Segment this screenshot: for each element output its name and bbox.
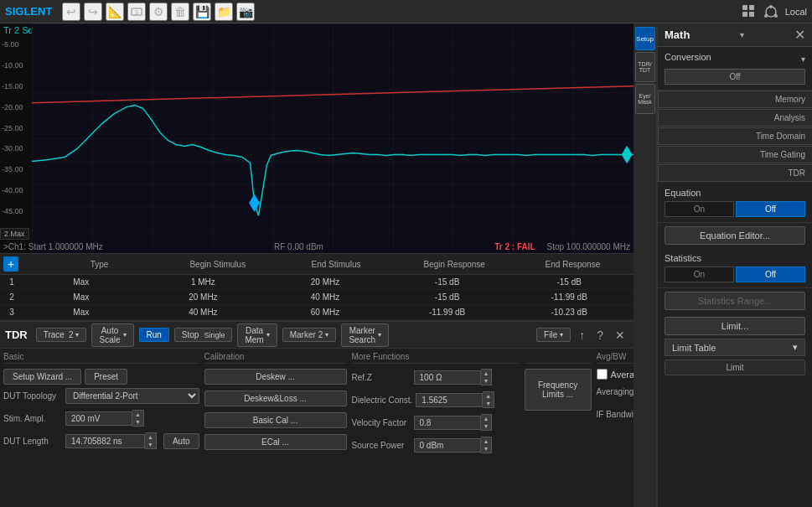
port-btn[interactable]: S: [127, 3, 146, 21]
tdr-content: Basic Setup Wizard ... Preset DUT Topolo…: [0, 349, 634, 507]
dut-len-dn[interactable]: ▼: [145, 441, 156, 448]
stim-up[interactable]: ▲: [132, 411, 143, 418]
vel-dn[interactable]: ▼: [481, 422, 492, 430]
time-gating-side-item[interactable]: Time Gating: [658, 146, 812, 163]
measure-btn[interactable]: 📐: [106, 3, 124, 21]
tdr-tdt-sidebar-btn[interactable]: TDR/TDT: [635, 52, 655, 82]
left-panel: Tr 2 Sdd11 LogM 5 dB/ -25 dB [F4] 1:100.…: [0, 23, 634, 507]
marker-btn[interactable]: Marker 2 ▾: [282, 328, 337, 342]
memory-side-item[interactable]: Memory: [658, 91, 812, 108]
tdr-more-section: More Functions Ref.Z 100 Ω ▲▼ Dielectric…: [352, 352, 520, 504]
redo-btn[interactable]: ↪: [84, 3, 102, 21]
auto-scale-btn[interactable]: AutoScale ▾: [91, 323, 133, 347]
dut-length-row: DUT Length 14.705882 ns ▲▼ Auto: [3, 432, 199, 449]
statistics-toggle: On Off: [665, 266, 805, 282]
toolbar-right: Local: [742, 4, 807, 19]
dut-topology-select[interactable]: Differential 2-Port: [65, 388, 199, 404]
velocity-row: Velocity Factor 0.8 ▲▼: [352, 414, 520, 431]
ecal-btn[interactable]: ECal ...: [204, 434, 347, 450]
diel-dn[interactable]: ▼: [483, 400, 494, 407]
sp-dn[interactable]: ▼: [481, 445, 492, 453]
conversion-off-val: Off: [665, 69, 805, 85]
folder-btn[interactable]: 📁: [215, 3, 233, 21]
sp-up[interactable]: ▲: [481, 437, 492, 445]
time-domain-side-item[interactable]: Time Domain: [658, 127, 812, 145]
limit-btn-top[interactable]: Limit...: [665, 317, 805, 335]
eq-on-btn[interactable]: On: [665, 201, 734, 217]
conversion-dropdown-btn[interactable]: ▾: [801, 54, 805, 64]
marker-search-btn[interactable]: MarkerSearch ▾: [341, 323, 389, 347]
freq-limits-btn[interactable]: Frequency Limits ...: [525, 369, 592, 411]
dut-len-up[interactable]: ▲: [145, 433, 156, 441]
eq-off-btn[interactable]: Off: [736, 201, 805, 217]
trace-btn[interactable]: Trace 2 ▾: [36, 328, 87, 342]
limit-table-dropdown-icon: ▾: [793, 342, 798, 353]
diel-up[interactable]: ▲: [483, 392, 494, 400]
file-btn[interactable]: File ▾: [536, 328, 571, 342]
tdr-label: TDR: [5, 329, 28, 341]
limit-btn-area: Limit: [658, 356, 812, 379]
upload-btn[interactable]: ↑: [576, 327, 588, 344]
chart-rf-power: RF 0.00 dBm: [274, 242, 323, 251]
marker-row-3[interactable]: 3 Max 40 MHz 60 MHz -11.99 dB -10.23 dB: [0, 305, 634, 320]
svg-rect-2: [742, 5, 747, 10]
svg-rect-11: [32, 23, 634, 253]
config-btn[interactable]: ⚙: [149, 3, 168, 21]
eye-mask-sidebar-btn[interactable]: Eye/Mask: [635, 84, 655, 114]
limit-btn-bottom[interactable]: Limit: [665, 360, 805, 375]
tdr-panel: TDR Trace 2 ▾ AutoScale ▾ Run StopSingle…: [0, 321, 634, 507]
stat-on-btn[interactable]: On: [665, 266, 734, 282]
refz-up[interactable]: ▲: [481, 370, 492, 377]
deskew-loss-btn[interactable]: Deskew&Loss ...: [204, 391, 347, 406]
delete-btn[interactable]: 🗑: [171, 3, 189, 21]
conversion-header: Conversion ▾: [665, 52, 805, 65]
help-btn[interactable]: ?: [593, 327, 607, 344]
tdr-toolbar: TDR Trace 2 ▾ AutoScale ▾ Run StopSingle…: [0, 322, 634, 349]
equation-section: Equation On Off: [658, 183, 812, 223]
math-chevron: ▾: [740, 30, 744, 39]
col-begin-resp-header: Begin Response: [397, 260, 512, 269]
marker-row-1[interactable]: 1 Max 1 MHz 20 MHz -15 dB -15 dB: [0, 275, 634, 290]
freq-limits-section: Frequency Limits ...: [525, 352, 592, 504]
equation-title: Equation: [665, 188, 805, 198]
setup-wizard-btn[interactable]: Setup Wizard ...: [3, 369, 81, 385]
basic-cal-btn[interactable]: Basic Cal ...: [204, 412, 347, 428]
chart-ch1-start: >Ch1: Start 1.000000 MHz: [3, 242, 103, 251]
col-end-stim-header: End Stimulus: [278, 260, 393, 269]
markers-table-header: + Type Begin Stimulus End Stimulus Begin…: [0, 254, 634, 275]
right-panel-header: Math ▾ ✕: [658, 23, 812, 47]
refz-dn[interactable]: ▼: [481, 377, 492, 385]
deskew-btn[interactable]: Deskew ...: [204, 369, 347, 385]
setup-sidebar-btn[interactable]: Setup: [635, 27, 655, 50]
undo-btn[interactable]: ↩: [62, 3, 80, 21]
vel-up[interactable]: ▲: [481, 415, 492, 422]
svg-point-8: [764, 14, 768, 18]
analysis-side-item[interactable]: Analysis: [658, 109, 812, 127]
ref-z-row: Ref.Z 100 Ω ▲▼: [352, 369, 520, 385]
statistics-range-btn[interactable]: Statistics Range...: [665, 292, 805, 310]
stim-ampl-spinbox: 200 mV ▲▼: [65, 410, 144, 427]
add-marker-btn[interactable]: +: [3, 256, 18, 272]
auto-btn[interactable]: Auto: [163, 433, 199, 449]
svg-rect-3: [749, 5, 754, 10]
tdr-side-item[interactable]: TDR: [658, 164, 812, 182]
limit-table-row[interactable]: Limit Table ▾: [665, 339, 805, 356]
preset-btn[interactable]: Preset: [85, 369, 127, 385]
grid-icon: [742, 4, 757, 19]
stim-dn[interactable]: ▼: [132, 418, 143, 426]
right-panel-close-btn[interactable]: ✕: [794, 27, 805, 43]
stat-off-btn[interactable]: Off: [736, 266, 805, 282]
averaging-enable-check[interactable]: [597, 369, 608, 380]
data-mem-btn[interactable]: DataMem ▾: [237, 323, 277, 347]
close-tdr-btn[interactable]: ✕: [612, 327, 628, 344]
setup-btns: Setup Wizard ... Preset: [3, 369, 199, 385]
screenshot-btn[interactable]: 📷: [236, 3, 255, 21]
dielectric-spinbox: 1.5625 ▲▼: [416, 391, 494, 408]
save-btn[interactable]: 💾: [193, 3, 211, 21]
left-sidebar: Setup TDR/TDT Eye/Mask: [634, 23, 657, 507]
equation-editor-btn[interactable]: Equation Editor...: [665, 226, 805, 245]
stop-btn[interactable]: StopSingle: [174, 328, 233, 342]
run-btn[interactable]: Run: [139, 328, 169, 342]
basic-title: Basic: [3, 352, 199, 364]
marker-row-2[interactable]: 2 Max 20 MHz 40 MHz -15 dB -11.99 dB: [0, 290, 634, 305]
